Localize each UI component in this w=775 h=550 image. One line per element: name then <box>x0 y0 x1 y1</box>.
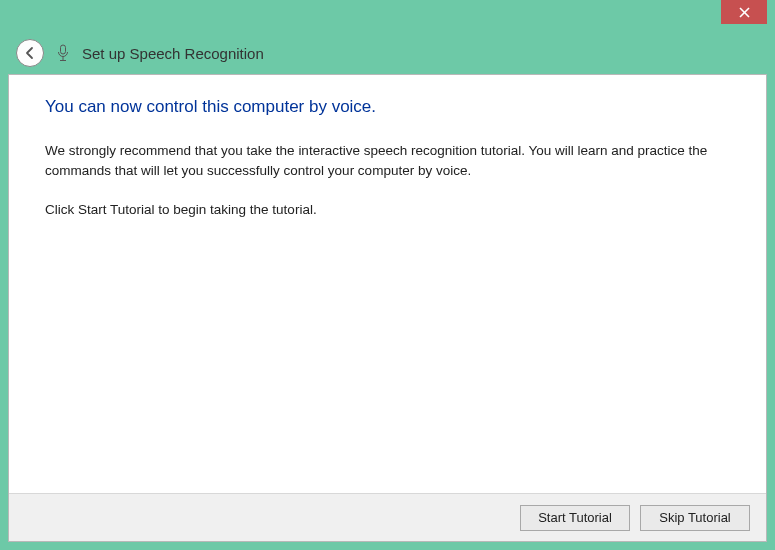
wizard-footer: Start Tutorial Skip Tutorial <box>9 493 766 541</box>
window-title: Set up Speech Recognition <box>82 45 264 62</box>
wizard-panel: You can now control this computer by voi… <box>8 74 767 542</box>
header-bar: Set up Speech Recognition <box>10 36 765 70</box>
skip-tutorial-button[interactable]: Skip Tutorial <box>640 505 750 531</box>
instruction-paragraph-1: We strongly recommend that you take the … <box>45 141 715 182</box>
close-icon <box>739 7 750 18</box>
page-heading: You can now control this computer by voi… <box>45 97 730 117</box>
close-button[interactable] <box>721 0 767 24</box>
microphone-icon <box>56 43 70 63</box>
content-area: You can now control this computer by voi… <box>9 75 766 220</box>
start-tutorial-button[interactable]: Start Tutorial <box>520 505 630 531</box>
arrow-left-icon <box>23 46 37 60</box>
svg-rect-2 <box>61 45 66 54</box>
back-button[interactable] <box>16 39 44 67</box>
instruction-paragraph-2: Click Start Tutorial to begin taking the… <box>45 200 715 220</box>
